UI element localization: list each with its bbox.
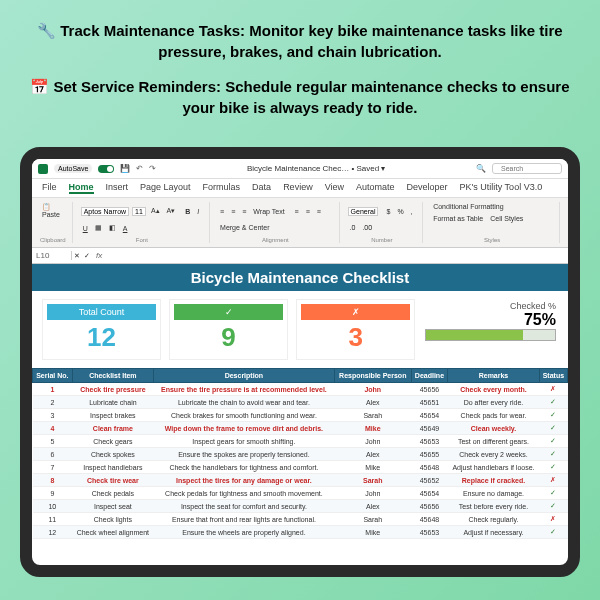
hero-line-1: 🔧Track Maintenance Tasks: Monitor key bi…: [30, 20, 570, 62]
progress-card: Checked % 75%: [423, 299, 558, 360]
col-header[interactable]: Serial No.: [33, 369, 73, 383]
tab-formulas[interactable]: Formulas: [203, 182, 241, 194]
ribbon-group-styles: Conditional Formatting Format as Table C…: [431, 202, 560, 243]
ribbon-tabs: FileHomeInsertPage LayoutFormulasDataRev…: [32, 179, 568, 198]
group-label-number: Number: [348, 237, 417, 243]
tablet-frame: AutoSave 💾 ↶ ↷ Bicycle Maintenance Chec……: [20, 147, 580, 577]
italic-button[interactable]: I: [195, 207, 201, 216]
tab-automate[interactable]: Automate: [356, 182, 395, 194]
decrease-font-icon[interactable]: A▾: [165, 206, 178, 216]
border-button[interactable]: ▦: [93, 223, 104, 233]
progress-bar: [425, 329, 556, 341]
doc-title[interactable]: Bicycle Maintenance Chec… • Saved ▾: [162, 164, 470, 173]
tab-insert[interactable]: Insert: [106, 182, 129, 194]
checklist-table: Serial No.Checklist ItemDescriptionRespo…: [32, 368, 568, 539]
conditional-formatting-button[interactable]: Conditional Formatting: [431, 202, 505, 211]
ribbon-group-number: General $ % , .0 .00 Number: [348, 202, 424, 243]
align-right-icon[interactable]: ≡: [315, 207, 323, 216]
ribbon-group-alignment: ≡ ≡ ≡ Wrap Text ≡ ≡ ≡ Merge & Center Ali…: [218, 202, 340, 243]
search-icon: 🔍: [476, 164, 486, 173]
cell-styles-button[interactable]: Cell Styles: [488, 214, 525, 223]
number-format-select[interactable]: General: [348, 207, 379, 216]
align-top-icon[interactable]: ≡: [218, 207, 226, 216]
merge-center-button[interactable]: Merge & Center: [218, 223, 271, 232]
align-bot-icon[interactable]: ≡: [240, 207, 248, 216]
tab-pk-s-utility-tool-v3-0[interactable]: PK's Utility Tool V3.0: [460, 182, 543, 194]
progress-label: Checked %: [425, 301, 556, 311]
font-color-button[interactable]: A: [121, 224, 130, 233]
group-label-clipboard: Clipboard: [40, 237, 66, 243]
tab-review[interactable]: Review: [283, 182, 313, 194]
font-size-select[interactable]: 11: [132, 207, 146, 216]
search-input[interactable]: [492, 163, 562, 174]
increase-font-icon[interactable]: A▴: [149, 206, 162, 216]
paste-button[interactable]: 📋Paste: [40, 202, 62, 219]
col-header[interactable]: Remarks: [448, 369, 540, 383]
table-row[interactable]: 6Check spokesEnsure the spokes are prope…: [33, 448, 568, 461]
tab-page-layout[interactable]: Page Layout: [140, 182, 191, 194]
align-mid-icon[interactable]: ≡: [229, 207, 237, 216]
table-row[interactable]: 5Check gearsInspect gears for smooth shi…: [33, 435, 568, 448]
undo-icon[interactable]: ↶: [136, 164, 143, 173]
table-row[interactable]: 8Check tire wearInspect the tires for an…: [33, 474, 568, 487]
redo-icon[interactable]: ↷: [149, 164, 156, 173]
card-not-label: ✗: [301, 304, 410, 320]
percent-icon[interactable]: %: [395, 207, 405, 216]
worksheet[interactable]: Bicycle Maintenance Checklist Total Coun…: [32, 264, 568, 577]
wrap-text-button[interactable]: Wrap Text: [251, 207, 286, 216]
fn-accept-icon[interactable]: ✓: [82, 251, 92, 261]
currency-icon[interactable]: $: [384, 207, 392, 216]
col-header[interactable]: Status: [539, 369, 567, 383]
autosave-toggle[interactable]: [98, 165, 114, 173]
tab-view[interactable]: View: [325, 182, 344, 194]
card-not-value: 3: [301, 320, 410, 355]
card-total: Total Count 12: [42, 299, 161, 360]
ribbon-group-font: Aptos Narrow 11 A▴ A▾ B I U ▦ ◧ A Font: [81, 202, 210, 243]
tab-developer[interactable]: Developer: [407, 182, 448, 194]
col-header[interactable]: Deadline: [411, 369, 447, 383]
table-row[interactable]: 10Inspect seatInspect the seat for comfo…: [33, 500, 568, 513]
table-row[interactable]: 1Check tire pressureEnsure the tire pres…: [33, 383, 568, 396]
dec-decimal-icon[interactable]: .00: [360, 223, 374, 232]
tab-home[interactable]: Home: [69, 182, 94, 194]
col-header[interactable]: Responsible Person: [334, 369, 411, 383]
formula-bar: L10 ✕ ✓ fx: [32, 248, 568, 264]
table-row[interactable]: 2Lubricate chainLubricate the chain to a…: [33, 396, 568, 409]
comma-icon[interactable]: ,: [409, 207, 415, 216]
card-total-value: 12: [47, 320, 156, 355]
col-header[interactable]: Checklist Item: [72, 369, 153, 383]
table-row[interactable]: 9Check pedalsCheck pedals for tightness …: [33, 487, 568, 500]
card-done-label: ✓: [174, 304, 283, 320]
fill-color-button[interactable]: ◧: [107, 223, 118, 233]
ribbon-group-clipboard: 📋Paste Clipboard: [40, 202, 73, 243]
group-label-alignment: Alignment: [218, 237, 333, 243]
tab-file[interactable]: File: [42, 182, 57, 194]
card-done-value: 9: [174, 320, 283, 355]
format-as-table-button[interactable]: Format as Table: [431, 214, 485, 223]
bold-button[interactable]: B: [183, 207, 192, 216]
table-row[interactable]: 3Inspect brakesCheck brakes for smooth f…: [33, 409, 568, 422]
table-row[interactable]: 7Inspect handlebarsCheck the handlebars …: [33, 461, 568, 474]
sheet-title: Bicycle Maintenance Checklist: [32, 264, 568, 291]
progress-value: 75%: [425, 311, 556, 329]
card-not: ✗ 3: [296, 299, 415, 360]
excel-icon: [38, 164, 48, 174]
summary-cards: Total Count 12 ✓ 9 ✗ 3 Checked % 75%: [32, 291, 568, 368]
hero-line-2: 📅Set Service Reminders: Schedule regular…: [30, 76, 570, 118]
save-icon[interactable]: 💾: [120, 164, 130, 173]
card-total-label: Total Count: [47, 304, 156, 320]
table-row[interactable]: 4Clean frameWipe down the frame to remov…: [33, 422, 568, 435]
align-center-icon[interactable]: ≡: [304, 207, 312, 216]
fn-cancel-icon[interactable]: ✕: [72, 251, 82, 261]
tab-data[interactable]: Data: [252, 182, 271, 194]
inc-decimal-icon[interactable]: .0: [348, 223, 358, 232]
calendar-icon: 📅: [30, 76, 49, 97]
underline-button[interactable]: U: [81, 224, 90, 233]
font-name-select[interactable]: Aptos Narrow: [81, 207, 129, 216]
col-header[interactable]: Description: [154, 369, 335, 383]
fx-label[interactable]: fx: [92, 251, 106, 260]
name-box[interactable]: L10: [32, 251, 72, 260]
table-row[interactable]: 12Check wheel alignmentEnsure the wheels…: [33, 526, 568, 539]
align-left-icon[interactable]: ≡: [293, 207, 301, 216]
table-row[interactable]: 11Check lightsEnsure that front and rear…: [33, 513, 568, 526]
